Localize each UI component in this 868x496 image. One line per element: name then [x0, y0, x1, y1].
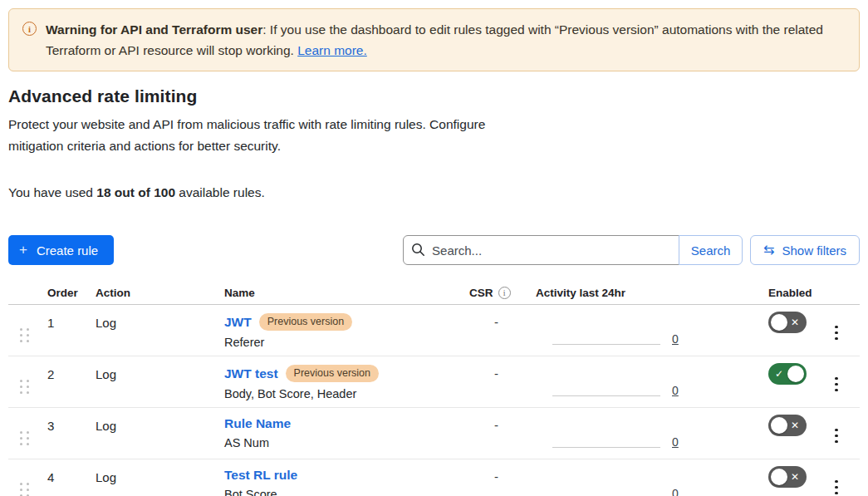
usage-suffix: available rules.	[175, 185, 265, 199]
info-icon[interactable]: i	[498, 287, 511, 299]
kebab-menu-button[interactable]	[832, 375, 841, 395]
kebab-menu-button[interactable]	[832, 323, 841, 343]
search-button[interactable]: Search	[679, 235, 743, 265]
table-row: 3 Log Rule Name AS Num - 0 ✓ ✕	[8, 408, 860, 459]
x-icon: ✕	[791, 420, 799, 430]
toggle-knob	[771, 469, 787, 485]
rule-criteria: Bot Score	[224, 488, 461, 496]
csr-value: -	[461, 356, 527, 407]
activity-sparkline	[552, 395, 660, 396]
rules-table: Order Action Name CSR i Activity last 24…	[8, 282, 860, 496]
header-csr-label: CSR	[469, 287, 493, 299]
rule-order: 2	[39, 356, 87, 407]
table-row: 1 Log JWT Previous version Referer - 0 ✓…	[8, 305, 860, 356]
drag-handle-icon[interactable]	[20, 431, 29, 445]
activity-cell: 0	[527, 408, 752, 459]
rule-action: Log	[87, 305, 216, 356]
header-activity: Activity last 24hr	[527, 287, 752, 299]
search-filter-group: Search ⇆ Show filters	[403, 235, 860, 265]
search-input[interactable]	[403, 235, 679, 265]
header-enabled: Enabled	[752, 287, 818, 299]
advanced-rate-limiting-page: i Warning for API and Terraform user: If…	[0, 0, 868, 496]
usage-prefix: You have used	[8, 185, 96, 199]
rule-criteria: AS Num	[224, 436, 461, 449]
page-description: Protect your website and API from malici…	[8, 114, 533, 157]
search-box	[403, 235, 679, 265]
rule-order: 4	[39, 459, 87, 496]
header-csr: CSR i	[461, 287, 527, 299]
toggle-knob	[771, 417, 787, 434]
info-circle-icon: i	[22, 22, 37, 36]
previous-version-badge: Previous version	[286, 365, 379, 382]
kebab-menu-button[interactable]	[832, 426, 841, 446]
activity-sparkline	[552, 344, 660, 345]
table-header-row: Order Action Name CSR i Activity last 24…	[8, 282, 860, 305]
activity-count-link[interactable]: 0	[672, 333, 679, 345]
usage-summary: You have used 18 out of 100 available ru…	[8, 185, 860, 200]
csr-value: -	[461, 305, 527, 356]
previous-version-badge: Previous version	[259, 313, 352, 331]
rule-name-link[interactable]: Rule Name	[224, 416, 291, 431]
csr-value: -	[461, 408, 527, 459]
activity-count-link[interactable]: 0	[672, 385, 679, 396]
enabled-toggle[interactable]: ✓ ✕	[768, 415, 807, 436]
enabled-toggle[interactable]: ✓ ✕	[768, 312, 807, 333]
check-icon: ✓	[775, 369, 783, 379]
rule-order: 3	[39, 408, 87, 459]
x-icon: ✕	[791, 317, 799, 327]
header-action: Action	[87, 287, 216, 299]
search-icon	[411, 243, 425, 257]
rule-name-link[interactable]: JWT	[224, 315, 252, 330]
table-row: 4 Log Test RL rule Bot Score - 0 ✓ ✕	[8, 459, 860, 496]
create-rule-button[interactable]: + Create rule	[8, 235, 114, 265]
toggle-knob	[771, 314, 787, 331]
drag-handle-icon[interactable]	[20, 328, 29, 342]
header-order: Order	[39, 287, 87, 299]
activity-count-link[interactable]: 0	[672, 436, 679, 448]
rule-action: Log	[87, 408, 216, 459]
rule-action: Log	[87, 459, 216, 496]
banner-text: Warning for API and Terraform user: If y…	[46, 19, 846, 61]
search-wrap: Search	[403, 235, 743, 265]
rule-name-cell: JWT test Previous version Body, Bot Scor…	[216, 356, 461, 407]
swap-arrows-icon: ⇆	[763, 243, 774, 257]
kebab-menu-button[interactable]	[832, 478, 841, 496]
learn-more-link[interactable]: Learn more.	[297, 43, 367, 57]
page-title: Advanced rate limiting	[8, 86, 860, 106]
rule-name-cell: Test RL rule Bot Score	[216, 459, 461, 496]
rule-criteria: Body, Bot Score, Header	[224, 387, 461, 400]
toggle-knob	[787, 366, 804, 382]
rule-criteria: Referer	[224, 336, 461, 349]
show-filters-label: Show filters	[782, 243, 846, 258]
x-icon: ✕	[791, 472, 799, 482]
create-rule-label: Create rule	[37, 243, 98, 258]
enabled-toggle[interactable]: ✓ ✕	[768, 363, 807, 385]
show-filters-button[interactable]: ⇆ Show filters	[750, 235, 860, 265]
rule-name-cell: Rule Name AS Num	[216, 408, 461, 459]
plus-icon: +	[19, 242, 27, 258]
rule-name-cell: JWT Previous version Referer	[216, 305, 461, 356]
activity-cell: 0	[527, 356, 752, 407]
header-name: Name	[216, 287, 461, 299]
rule-name-link[interactable]: JWT test	[224, 366, 278, 381]
enabled-toggle[interactable]: ✓ ✕	[768, 466, 807, 488]
table-row: 2 Log JWT test Previous version Body, Bo…	[8, 356, 860, 408]
csr-value: -	[461, 459, 527, 496]
drag-handle-icon[interactable]	[20, 380, 29, 394]
rule-action: Log	[87, 356, 216, 407]
activity-sparkline	[552, 447, 660, 448]
warning-banner: i Warning for API and Terraform user: If…	[8, 8, 860, 71]
drag-handle-icon[interactable]	[20, 483, 29, 496]
toolbar: + Create rule Search ⇆ Show filters	[8, 235, 860, 265]
usage-count: 18 out of 100	[96, 185, 175, 199]
activity-cell: 0	[527, 459, 752, 496]
activity-count-link[interactable]: 0	[672, 488, 679, 496]
rule-name-link[interactable]: Test RL rule	[224, 468, 297, 483]
banner-title: Warning for API and Terraform user	[46, 22, 262, 37]
activity-cell: 0	[527, 305, 752, 356]
rule-order: 1	[39, 305, 87, 356]
